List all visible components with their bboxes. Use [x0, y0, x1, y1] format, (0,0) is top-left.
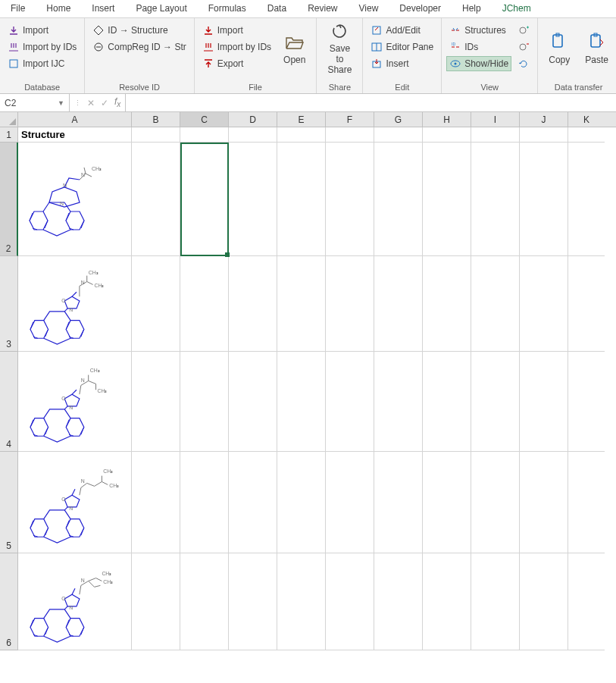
cell-E5[interactable] [277, 452, 326, 553]
col-header-B[interactable]: B [132, 112, 180, 127]
cell-H2[interactable] [423, 143, 471, 256]
row-header-5[interactable]: 5 [0, 452, 18, 553]
cell-C3[interactable] [180, 256, 229, 352]
paste-button[interactable]: Paste [579, 20, 614, 77]
cell-H3[interactable] [423, 256, 471, 352]
cell-B6[interactable] [132, 553, 180, 650]
cell-C4[interactable] [180, 352, 229, 452]
cell-G6[interactable] [374, 553, 423, 650]
cell-A5[interactable]: NO CH₃CH₃ N [18, 452, 132, 553]
col-header-K[interactable]: K [568, 112, 605, 127]
view-ids-button[interactable]: ID IDs [446, 39, 511, 55]
cell-E2[interactable] [277, 143, 326, 256]
cells-area[interactable]: Structure NN CH₃ N NO CH₃CH₃ N [18, 127, 616, 650]
cell-D5[interactable] [229, 452, 277, 553]
row-header-3[interactable]: 3 [0, 256, 18, 352]
cell-E1[interactable] [277, 127, 326, 143]
col-header-J[interactable]: J [520, 112, 568, 127]
cell-C2[interactable] [180, 143, 229, 256]
open-button[interactable]: Open [277, 20, 311, 77]
cell-K3[interactable] [568, 256, 605, 352]
cell-E6[interactable] [277, 553, 326, 650]
cell-K2[interactable] [568, 143, 605, 256]
cell-A6[interactable]: NO CH₃CH₃ N [18, 553, 132, 650]
cell-F3[interactable] [326, 256, 374, 352]
cell-H1[interactable] [423, 127, 471, 143]
menu-review[interactable]: Review [297, 0, 348, 17]
view-opt1-button[interactable] [514, 23, 533, 38]
cell-F6[interactable] [326, 553, 374, 650]
cell-B3[interactable] [132, 256, 180, 352]
cell-B5[interactable] [132, 452, 180, 553]
col-header-C[interactable]: C [180, 112, 229, 127]
cell-C5[interactable] [180, 452, 229, 553]
view-opt2-button[interactable] [514, 39, 533, 55]
row-header-6[interactable]: 6 [0, 553, 18, 650]
copy-button[interactable]: Copy [543, 20, 576, 77]
cell-F5[interactable] [326, 452, 374, 553]
cell-G3[interactable] [374, 256, 423, 352]
db-import-by-ids-button[interactable]: Import by IDs [5, 39, 80, 55]
row-header-4[interactable]: 4 [0, 352, 18, 452]
cell-B2[interactable] [132, 143, 180, 256]
compreg-id-button[interactable]: CompReg ID → Str [89, 39, 189, 55]
cell-J3[interactable] [520, 256, 568, 352]
cell-D2[interactable] [229, 143, 277, 256]
col-header-D[interactable]: D [229, 112, 277, 127]
cell-G5[interactable] [374, 452, 423, 553]
cell-A2[interactable]: NN CH₃ N [18, 143, 132, 256]
cell-D1[interactable] [229, 127, 277, 143]
cell-I3[interactable] [471, 256, 520, 352]
cell-F1[interactable] [326, 127, 374, 143]
cell-K5[interactable] [568, 452, 605, 553]
cell-G2[interactable] [374, 143, 423, 256]
file-import-button[interactable]: Import [199, 23, 274, 38]
menu-help[interactable]: Help [452, 0, 492, 17]
menu-view[interactable]: View [349, 0, 389, 17]
cell-I2[interactable] [471, 143, 520, 256]
accept-icon[interactable]: ✓ [101, 98, 108, 108]
menu-developer[interactable]: Developer [389, 0, 452, 17]
cell-B1[interactable] [132, 127, 180, 143]
menu-formulas[interactable]: Formulas [198, 0, 257, 17]
editor-pane-button[interactable]: Editor Pane [367, 39, 436, 55]
add-edit-button[interactable]: Add/Edit [367, 23, 436, 38]
menu-home[interactable]: Home [36, 0, 81, 17]
cell-H6[interactable] [423, 553, 471, 650]
menu-data[interactable]: Data [257, 0, 297, 17]
view-refresh-button[interactable] [514, 56, 533, 71]
name-box-dropdown-icon[interactable]: ▼ [58, 99, 64, 107]
show-hide-button[interactable]: Show/Hide [446, 56, 511, 71]
cell-F4[interactable] [326, 352, 374, 452]
cell-I4[interactable] [471, 352, 520, 452]
cell-G1[interactable] [374, 127, 423, 143]
cell-J5[interactable] [520, 452, 568, 553]
formula-dropdown-icon[interactable]: ⋮ [74, 99, 81, 107]
cell-I5[interactable] [471, 452, 520, 553]
cell-A1[interactable]: Structure [18, 127, 132, 143]
cell-K4[interactable] [568, 352, 605, 452]
insert-button[interactable]: Insert [367, 56, 436, 71]
cell-A4[interactable]: NO CH₃CH₃ N [18, 352, 132, 452]
save-to-share-button[interactable]: Save to Share [321, 20, 358, 77]
cell-J4[interactable] [520, 352, 568, 452]
menu-insert[interactable]: Insert [81, 0, 125, 17]
name-box[interactable]: C2 ▼ [0, 94, 70, 111]
cancel-icon[interactable]: ✕ [87, 98, 95, 108]
menu-file[interactable]: File [0, 0, 36, 17]
cell-K6[interactable] [568, 553, 605, 650]
cell-I1[interactable] [471, 127, 520, 143]
col-header-F[interactable]: F [326, 112, 374, 127]
fx-icon[interactable]: fx [114, 96, 120, 108]
cell-H5[interactable] [423, 452, 471, 553]
select-all-corner[interactable] [0, 112, 18, 127]
col-header-I[interactable]: I [471, 112, 520, 127]
menu-jchem[interactable]: JChem [492, 0, 542, 17]
cell-B4[interactable] [132, 352, 180, 452]
db-import-ijc-button[interactable]: Import IJC [5, 56, 80, 71]
cell-D3[interactable] [229, 256, 277, 352]
cell-F2[interactable] [326, 143, 374, 256]
cell-J1[interactable] [520, 127, 568, 143]
formula-input[interactable] [126, 94, 616, 111]
db-import-button[interactable]: Import [5, 23, 80, 38]
